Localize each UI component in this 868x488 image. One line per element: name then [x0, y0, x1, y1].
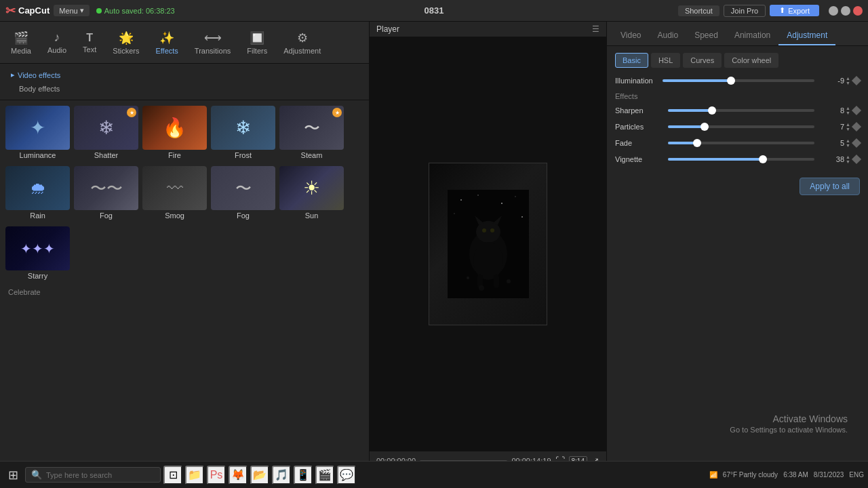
tab-transitions[interactable]: ⟷ Transitions	[186, 26, 239, 59]
illumination-arrows: ▲ ▼	[846, 76, 850, 85]
search-icon: 🔍	[31, 470, 42, 480]
sharpen-track[interactable]	[668, 109, 814, 112]
tab-audio[interactable]: ♪ Audio	[39, 26, 75, 58]
effects-section-celebrate: Celebrate	[5, 287, 363, 298]
minimize-button[interactable]	[829, 6, 838, 16]
text-icon: T	[86, 32, 93, 44]
illumination-thumb[interactable]	[727, 77, 735, 85]
tab-effects[interactable]: ✨ Effects	[147, 26, 186, 59]
effect-sun[interactable]: ☀ Sun	[279, 166, 344, 222]
fileexplorer2-button[interactable]: 📂	[250, 466, 269, 485]
tab-audio-props[interactable]: Audio	[649, 26, 686, 45]
menu-button[interactable]: Menu ▾	[54, 5, 90, 16]
tab-adjustment[interactable]: ⚙ Adjustment	[275, 26, 329, 59]
photoshop-button[interactable]: Ps	[207, 466, 226, 485]
svg-point-12	[490, 228, 494, 232]
app-logo: ✂ CapCut	[5, 3, 50, 18]
particles-track[interactable]	[668, 125, 814, 128]
subtab-hsl[interactable]: HSL	[651, 53, 680, 68]
effect-fire[interactable]: 🔥 Fire	[142, 106, 207, 162]
vignette-down-arrow[interactable]: ▼	[846, 159, 850, 164]
vignette-up-arrow[interactable]: ▲	[846, 155, 850, 159]
illumination-up-arrow[interactable]: ▲	[846, 76, 850, 81]
close-button[interactable]	[853, 6, 863, 16]
export-button[interactable]: ⬆ Export	[770, 5, 819, 16]
vignette-track[interactable]	[668, 158, 814, 161]
vignette-label: Vignette	[615, 155, 663, 163]
subtab-basic[interactable]: Basic	[615, 53, 648, 68]
vignette-value: 38	[820, 155, 844, 163]
tab-adjustment-props[interactable]: Adjustment	[778, 26, 835, 45]
effect-fog2[interactable]: 〜 Fog	[211, 166, 275, 222]
window-controls	[829, 6, 863, 16]
sharpen-thumb[interactable]	[708, 106, 716, 115]
tab-stickers[interactable]: 🌟 Stickers	[104, 26, 147, 59]
fade-down-arrow[interactable]: ▼	[846, 143, 850, 148]
fade-keyframe[interactable]	[852, 138, 861, 148]
tab-animation-props[interactable]: Animation	[726, 26, 778, 45]
app8-button[interactable]: 💬	[337, 466, 356, 485]
sharpen-down-arrow[interactable]: ▼	[846, 110, 850, 115]
effect-rain[interactable]: 🌧 Rain	[5, 166, 70, 222]
start-button[interactable]: ⊞	[4, 465, 22, 485]
illumination-down-arrow[interactable]: ▼	[846, 81, 850, 85]
video-effects-category[interactable]: ▸ Video effects	[0, 68, 369, 82]
particles-thumb[interactable]	[701, 123, 709, 131]
effect-starry[interactable]: ✦✦✦ Starry	[5, 226, 70, 283]
tab-media[interactable]: 🎬 Media	[3, 26, 39, 59]
particles-down-arrow[interactable]: ▼	[846, 127, 850, 131]
explorer-button[interactable]: 📁	[185, 466, 204, 485]
effect-fog[interactable]: 〜〜 Fog	[74, 166, 138, 222]
fade-value: 5	[820, 139, 844, 147]
subtab-colorwheel[interactable]: Color wheel	[724, 53, 778, 68]
app5-button[interactable]: 🎵	[272, 466, 291, 485]
vignette-thumb[interactable]	[759, 155, 767, 163]
maximize-button[interactable]	[841, 6, 850, 16]
adjustment-subtabs: Basic HSL Curves Color wheel	[615, 53, 860, 68]
video-content	[429, 163, 547, 325]
fade-row: Fade 5 ▲ ▼	[615, 138, 860, 148]
subtab-curves[interactable]: Curves	[683, 53, 722, 68]
firefox-button[interactable]: 🦊	[229, 466, 248, 485]
tab-video-props[interactable]: Video	[612, 26, 649, 45]
taskbar-search[interactable]: 🔍	[25, 467, 161, 483]
app6-button[interactable]: 📱	[294, 466, 313, 485]
taskview-button[interactable]: ⊡	[163, 466, 182, 485]
right-panel: Video Audio Speed Animation Adjustment B…	[607, 22, 868, 488]
tab-filters[interactable]: 🔲 Filters	[239, 26, 275, 59]
main-area: 🎬 Media ♪ Audio T Text 🌟 Stickers ✨ Effe…	[0, 22, 868, 488]
effect-frost[interactable]: ❄ Frost	[211, 106, 275, 162]
sharpen-keyframe[interactable]	[852, 106, 861, 115]
illumination-track[interactable]	[663, 79, 814, 82]
taskbar-search-input[interactable]	[46, 471, 148, 479]
tab-speed-props[interactable]: Speed	[686, 26, 726, 45]
app7-button[interactable]: 🎬	[315, 466, 334, 485]
right-content: Basic HSL Curves Color wheel Illuminatio…	[607, 46, 868, 488]
video-frame	[429, 163, 547, 325]
shortcut-button[interactable]: Shortcut	[678, 5, 719, 16]
fade-thumb[interactable]	[693, 139, 701, 147]
particles-arrows: ▲ ▼	[846, 122, 850, 131]
apply-to-all-button[interactable]: Apply to all	[800, 178, 860, 195]
fade-up-arrow[interactable]: ▲	[846, 138, 850, 143]
effects-icon: ✨	[159, 30, 174, 45]
effect-luminance[interactable]: ✦ Luminance	[5, 106, 70, 162]
sharpen-arrows: ▲ ▼	[846, 106, 850, 115]
effect-steam[interactable]: 〜 ★ Steam	[279, 106, 344, 162]
adjustment-icon: ⚙	[297, 30, 308, 45]
media-icon: 🎬	[14, 30, 28, 45]
tab-text[interactable]: T Text	[75, 28, 104, 58]
body-effects-category[interactable]: Body effects	[0, 82, 369, 96]
fade-track[interactable]	[668, 142, 814, 144]
player-menu-icon[interactable]: ☰	[592, 24, 599, 34]
right-tabs: Video Audio Speed Animation Adjustment	[607, 22, 868, 46]
particles-keyframe[interactable]	[852, 122, 861, 131]
joinpro-button[interactable]: Join Pro	[724, 5, 766, 17]
illumination-keyframe[interactable]	[852, 76, 861, 85]
sharpen-label: Sharpen	[615, 106, 663, 115]
effect-smog[interactable]: 〰 Smog	[142, 166, 207, 222]
effect-shatter[interactable]: ❄ ★ Shatter	[74, 106, 138, 162]
sharpen-up-arrow[interactable]: ▲	[846, 106, 850, 110]
particles-up-arrow[interactable]: ▲	[846, 122, 850, 127]
vignette-keyframe[interactable]	[852, 155, 861, 164]
